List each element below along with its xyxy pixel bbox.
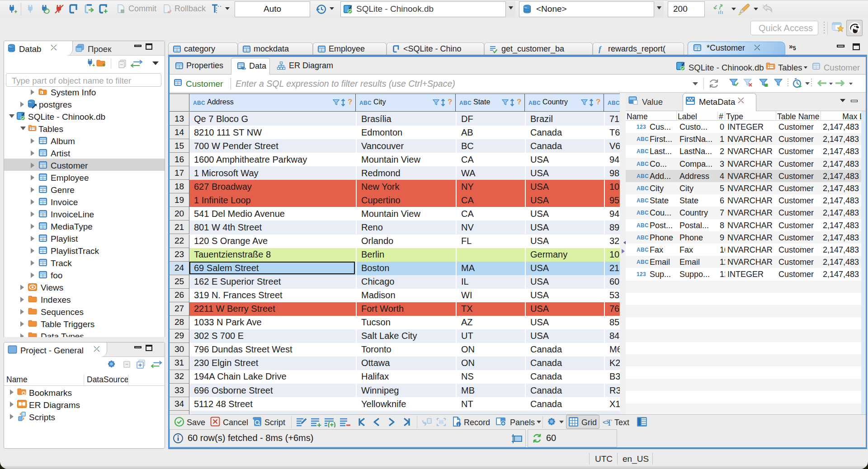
- svg-text:f: f: [599, 45, 602, 53]
- svg-text:+: +: [102, 62, 105, 67]
- svg-text:i: i: [458, 422, 459, 427]
- svg-text:i: i: [41, 91, 42, 95]
- svg-text:+: +: [104, 7, 108, 14]
- svg-text:T: T: [607, 418, 612, 427]
- svg-text:(+): (+): [328, 421, 336, 427]
- svg-text:+: +: [14, 8, 17, 14]
- svg-text:<>: <>: [241, 66, 246, 70]
- svg-text:+: +: [317, 421, 321, 427]
- svg-text:+: +: [92, 62, 95, 67]
